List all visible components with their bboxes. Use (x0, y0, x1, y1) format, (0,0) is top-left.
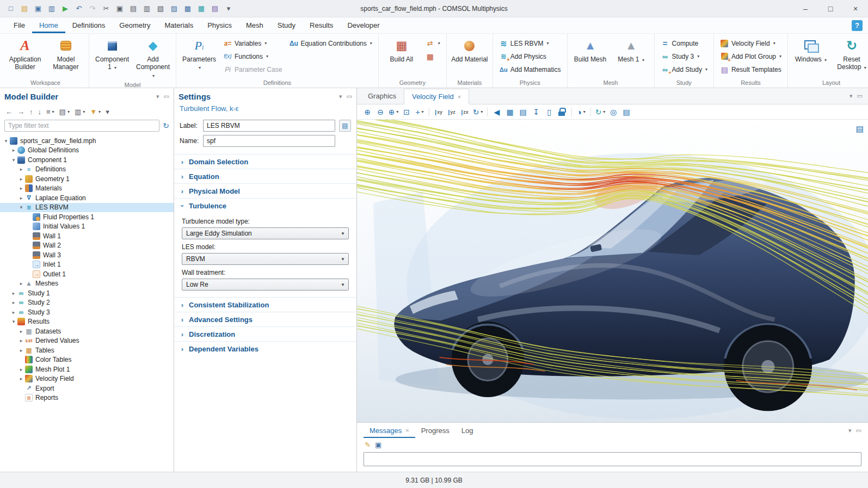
plot-panel-toggle-icon[interactable]: ▤ (856, 124, 864, 134)
menu-tab-home[interactable]: Home (32, 17, 65, 33)
export-plot-data-icon[interactable]: ↧ (530, 106, 542, 118)
new-file-icon[interactable]: □ (4, 2, 17, 15)
filter-input[interactable] (4, 120, 159, 132)
transparency-icon[interactable]: ◀ (491, 106, 503, 118)
ribbon-button-windows[interactable]: Windows ▾ (792, 36, 830, 64)
paste-icon[interactable]: ▤ (127, 2, 140, 15)
tree-item-laplace-equation[interactable]: ▸Laplace Equation (0, 193, 174, 203)
name-input[interactable] (203, 135, 335, 147)
tree-expander-icon[interactable]: ▸ (17, 348, 25, 353)
tree-expander-icon[interactable]: ▸ (17, 176, 25, 182)
view-zx-icon[interactable]: |zx (459, 106, 471, 118)
ribbon-button-add-material[interactable]: Add Material (451, 36, 489, 64)
ribbon-button-add-component[interactable]: Add Component ▾ (134, 36, 172, 80)
ribbon-button-add-plot-group[interactable]: Add Plot Group▾ (718, 51, 784, 62)
menu-tab-definitions[interactable]: Definitions (65, 17, 113, 33)
tree-item-wall-1[interactable]: Wall 1 (0, 231, 174, 241)
tree-expander-icon[interactable]: ▸ (10, 310, 17, 315)
tree-item-sports-car-flow-field-mph[interactable]: ▾sports_car_flow_field.mph (0, 136, 174, 146)
turbulence-model-type-select[interactable]: Large Eddy Simulation▼ (182, 227, 349, 239)
settings-section-consistent-stabilization[interactable]: ›Consistent Stabilization (174, 297, 356, 312)
ribbon-button-equation-contributions[interactable]: Equation Contributions▾ (287, 38, 374, 49)
tab-velocity-field[interactable]: Velocity Field× (404, 89, 469, 104)
menu-tab-developer[interactable]: Developer (340, 17, 386, 33)
redo-icon[interactable]: ↷ (86, 2, 99, 15)
tab-messages[interactable]: Messages× (364, 423, 415, 438)
les-model-select[interactable]: RBVM▼ (182, 253, 349, 265)
tree-expander-icon[interactable]: ▸ (17, 166, 25, 172)
scene-image-icon[interactable]: ▦ (504, 106, 516, 118)
label-edit-button[interactable]: ▤ (339, 120, 351, 132)
ribbon-button-velocity-field[interactable]: Velocity Field▾ (718, 38, 784, 49)
run-icon[interactable]: ▶ (59, 2, 72, 15)
zoom-extents-icon[interactable]: ⊡ (401, 106, 413, 118)
panel-menu-icon[interactable]: ▾ (848, 427, 852, 434)
tree-item-fluid-properties-1[interactable]: Fluid Properties 1 (0, 212, 174, 222)
duplicate-icon[interactable]: ▥ (140, 2, 153, 15)
tree-item-velocity-field[interactable]: ▸Velocity Field (0, 374, 174, 384)
ribbon-button-build-mesh[interactable]: Build Mesh (571, 36, 610, 64)
cut-icon[interactable]: ✂ (100, 2, 113, 15)
tree-item-component-1[interactable]: ▾Component 1 (0, 155, 174, 165)
tree-expander-icon[interactable]: ▸ (10, 147, 17, 153)
copy-icon[interactable]: ▣ (113, 2, 126, 15)
panel-menu-icon[interactable]: ▾ (849, 92, 853, 100)
tree-item-geometry-1[interactable]: ▸Geometry 1 (0, 174, 174, 184)
tree-expander-icon[interactable]: ▸ (17, 338, 25, 343)
view-yz-icon[interactable]: |yz (446, 106, 458, 118)
tree-item-derived-values[interactable]: ▸Derived Values (0, 336, 174, 346)
save-icon[interactable]: ▣ (32, 2, 45, 15)
menu-tab-materials[interactable]: Materials (157, 17, 200, 33)
image-icon[interactable]: ▦ (195, 2, 208, 15)
close-button[interactable]: × (843, 0, 868, 17)
ribbon-button-compute[interactable]: Compute (658, 38, 710, 49)
zoom-selected-icon[interactable]: ⊕▾ (387, 106, 399, 118)
settings-section-physical-model[interactable]: ›Physical Model (174, 183, 356, 198)
tree-item-meshes[interactable]: ▸Meshes (0, 279, 174, 289)
minimize-button[interactable]: – (793, 0, 818, 17)
rotate-icon[interactable]: ↻▾ (472, 106, 484, 118)
tree-item-initial-values-1[interactable]: Initial Values 1 (0, 222, 174, 232)
tree-expander-icon[interactable]: ▸ (17, 367, 25, 372)
filter-icon[interactable]: ▼▾ (90, 108, 101, 116)
tree-expander-icon[interactable]: ▸ (10, 291, 17, 296)
tree-expander-icon[interactable]: ▸ (17, 329, 25, 334)
menu-tab-results[interactable]: Results (303, 17, 340, 33)
print-icon[interactable]: ▤ (620, 106, 632, 118)
tree-item-export[interactable]: Export (0, 384, 174, 393)
ribbon-button-virtual-ops[interactable] (423, 51, 442, 62)
table-icon[interactable]: ▤ (517, 106, 529, 118)
customize-icon[interactable]: ▾ (222, 2, 235, 15)
copy-icon[interactable]: ▣ (375, 441, 381, 449)
ribbon-button-study-3[interactable]: Study 3▾ (658, 51, 710, 62)
settings-section-dependent-variables[interactable]: ›Dependent Variables (174, 341, 356, 356)
panel-menu-icon[interactable]: ▾ (339, 93, 342, 100)
settings-section-domain-selection[interactable]: ›Domain Selection (174, 154, 356, 169)
help-button[interactable]: ? (852, 20, 863, 31)
snapshot-icon[interactable]: ◎ (607, 106, 619, 118)
ribbon-button-component-1[interactable]: Component 1 ▾ (93, 36, 131, 72)
menu-tab-study[interactable]: Study (270, 17, 303, 33)
panel-float-icon[interactable]: ▭ (347, 93, 352, 100)
menu-tab-mesh[interactable]: Mesh (239, 17, 270, 33)
move-up-icon[interactable]: ↑ (29, 108, 33, 116)
view-xy-icon[interactable]: |xy (433, 106, 445, 118)
save-as-icon[interactable]: ▥ (45, 2, 58, 15)
ribbon-button-add-physics[interactable]: Add Physics (497, 51, 563, 62)
back-icon[interactable]: ← (5, 108, 13, 116)
tree-expander-icon[interactable]: ▾ (2, 138, 10, 144)
messages-input[interactable] (364, 452, 861, 466)
tree-item-mesh-plot-1[interactable]: ▸Mesh Plot 1 (0, 365, 174, 374)
forward-icon[interactable]: → (17, 108, 24, 116)
ribbon-button-application-builder[interactable]: Application Builder (6, 36, 44, 72)
tree-settings-icon[interactable]: ▤▾ (59, 108, 70, 116)
close-icon[interactable]: × (458, 94, 461, 100)
ribbon-button-parameters[interactable]: Parameters ▾ (180, 36, 218, 72)
wall-treatment-select[interactable]: Low Re▼ (182, 279, 349, 291)
menu-tab-physics[interactable]: Physics (200, 17, 239, 33)
node-order-icon[interactable]: ▥▾ (75, 108, 85, 116)
collapse-icon[interactable]: ▾ (106, 108, 109, 116)
tree-item-inlet-1[interactable]: Inlet 1 (0, 260, 174, 270)
show-icon[interactable]: ≡▾ (46, 108, 54, 116)
panel-menu-icon[interactable]: ▾ (156, 93, 159, 100)
